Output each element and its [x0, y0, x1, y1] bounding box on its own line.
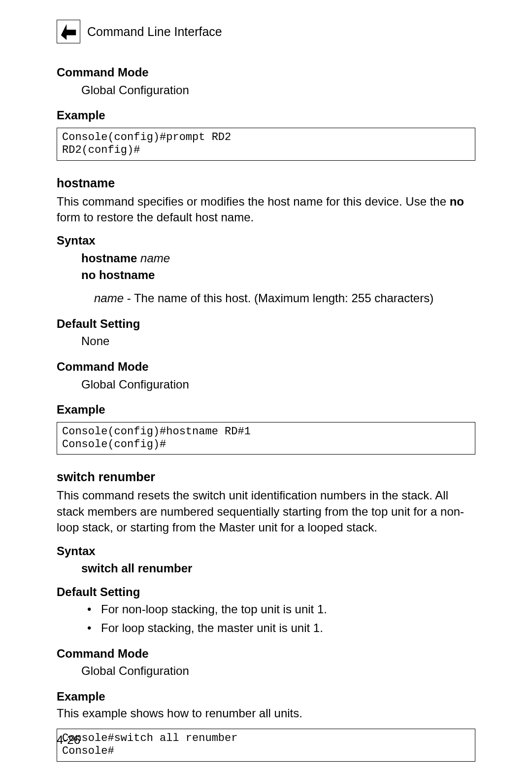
- default-setting-value: None: [57, 333, 475, 350]
- syntax-param: name: [137, 251, 170, 265]
- param-name: name: [94, 291, 124, 305]
- syntax-line: no hostname: [57, 267, 475, 283]
- default-setting-bullets: For non-loop stacking, the top unit is u…: [57, 601, 475, 636]
- command-mode-heading: Command Mode: [57, 358, 475, 375]
- syntax-heading: Syntax: [57, 232, 475, 249]
- example-description: This example shows how to renumber all u…: [57, 705, 475, 721]
- param-text: - The name of this host. (Maximum length…: [124, 291, 433, 305]
- page-number: 4-26: [57, 732, 80, 748]
- example-code-block: Console#switch all renumber Console#: [57, 729, 475, 762]
- syntax-heading: Syntax: [57, 543, 475, 560]
- command-mode-heading: Command Mode: [57, 645, 475, 662]
- param-description: name - The name of this host. (Maximum l…: [57, 290, 475, 307]
- example-code-block: Console(config)#hostname RD#1 Console(co…: [57, 422, 475, 455]
- desc-text: This command specifies or modifies the h…: [57, 195, 450, 208]
- example-heading: Example: [57, 688, 475, 705]
- example-heading: Example: [57, 401, 475, 418]
- default-setting-heading: Default Setting: [57, 584, 475, 600]
- chapter-title: Command Line Interface: [87, 23, 222, 40]
- command-mode-value: Global Configuration: [57, 376, 475, 393]
- switch-renumber-description: This command resets the switch unit iden…: [57, 488, 475, 535]
- command-mode-value: Global Configuration: [57, 82, 475, 99]
- page-header: Command Line Interface: [57, 20, 475, 43]
- command-mode-value: Global Configuration: [57, 663, 475, 679]
- example-heading: Example: [57, 107, 475, 124]
- bullet-item: For loop stacking, the master unit is un…: [57, 620, 475, 636]
- hostname-title: hostname: [57, 175, 475, 192]
- syntax-line: hostname name: [57, 250, 475, 267]
- desc-text: form to restore the default host name.: [57, 211, 254, 224]
- command-mode-heading: Command Mode: [57, 64, 475, 81]
- switch-renumber-title: switch renumber: [57, 468, 475, 486]
- hostname-description: This command specifies or modifies the h…: [57, 194, 475, 226]
- bullet-item: For non-loop stacking, the top unit is u…: [57, 601, 475, 618]
- syntax-line: switch all renumber: [57, 560, 475, 577]
- default-setting-heading: Default Setting: [57, 316, 475, 332]
- example-code-block: Console(config)#prompt RD2 RD2(config)#: [57, 128, 475, 161]
- chapter-number-icon: [57, 20, 80, 43]
- svg-marker-0: [61, 24, 76, 40]
- desc-bold: no: [450, 195, 464, 208]
- syntax-keyword: hostname: [81, 251, 137, 265]
